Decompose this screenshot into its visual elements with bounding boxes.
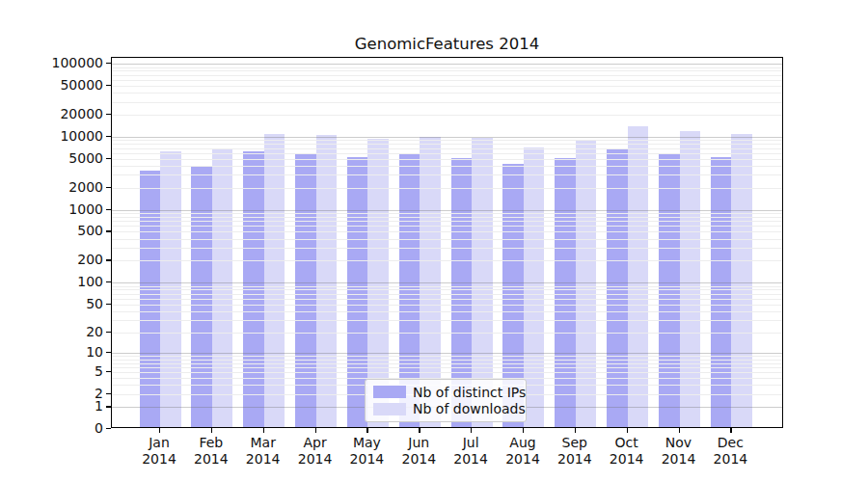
bar-downloads-feb: [212, 148, 233, 427]
y-tick-mark: [106, 259, 111, 260]
legend-entry-distinct-ips: Nb of distinct IPs: [373, 385, 518, 400]
y-tick-label-50000: 50000: [36, 78, 103, 92]
y-tick-mark: [106, 85, 111, 86]
gridline-major: [112, 64, 782, 65]
bar-downloads-apr: [316, 135, 338, 427]
gridline-minor: [112, 75, 782, 76]
y-tick-mark: [106, 428, 111, 429]
y-tick-mark: [106, 332, 111, 333]
bar-downloads-aug: [524, 147, 545, 428]
y-tick-mark: [106, 230, 111, 231]
gridline-minor: [112, 102, 782, 103]
y-tick-label-20000: 20000: [36, 107, 103, 120]
bar-downloads-jan: [160, 151, 181, 427]
y-tick-mark: [106, 63, 111, 64]
x-tick-mark: [211, 428, 212, 433]
y-tick-mark: [106, 187, 111, 188]
y-tick-label-50: 50: [36, 297, 103, 310]
legend-swatch-distinct-ips: [373, 386, 406, 398]
gridline-minor: [112, 80, 782, 81]
legend-swatch-downloads: [373, 403, 406, 415]
bar-distinct-ips-jan: [140, 171, 161, 427]
legend-label-downloads: Nb of downloads: [413, 401, 526, 416]
x-tick-label-dec: Dec2014: [699, 435, 761, 468]
x-tick-mark: [679, 428, 680, 433]
x-tick-mark: [419, 428, 420, 433]
y-tick-mark: [106, 209, 111, 210]
bar-downloads-sep: [576, 140, 597, 427]
y-tick-mark: [106, 371, 111, 372]
legend-entry-downloads: Nb of downloads: [373, 401, 518, 416]
x-tick-mark: [523, 428, 524, 433]
y-tick-mark: [106, 136, 111, 137]
y-tick-mark: [106, 393, 111, 394]
y-tick-mark: [106, 158, 111, 159]
bar-downloads-nov: [680, 131, 701, 427]
bar-downloads-dec: [731, 134, 752, 428]
bar-distinct-ips-mar: [243, 151, 264, 427]
bar-distinct-ips-oct: [607, 149, 628, 428]
bar-distinct-ips-nov: [659, 153, 680, 427]
y-tick-label-0: 0: [36, 421, 103, 435]
gridline-minor: [112, 86, 782, 87]
x-tick-mark: [730, 428, 731, 433]
x-tick-mark: [366, 428, 367, 433]
legend: Nb of distinct IPs Nb of downloads: [365, 379, 527, 422]
x-tick-mark: [575, 428, 576, 433]
gridline-minor: [112, 67, 782, 68]
gridline-minor: [112, 70, 782, 71]
x-tick-mark: [263, 428, 264, 433]
y-tick-label-500: 500: [36, 224, 103, 237]
y-tick-label-10000: 10000: [36, 129, 103, 143]
bar-downloads-oct: [628, 126, 649, 427]
y-tick-label-10: 10: [36, 345, 103, 359]
y-tick-mark: [106, 352, 111, 353]
x-tick-mark: [627, 428, 628, 433]
x-tick-mark: [471, 428, 472, 433]
figure: GenomicFeatures 2014 0125102050100200500…: [0, 0, 868, 482]
y-tick-label-2: 2: [36, 387, 103, 400]
bar-downloads-mar: [264, 134, 285, 427]
y-tick-label-100000: 100000: [36, 56, 103, 69]
y-tick-label-100: 100: [36, 275, 103, 288]
y-tick-mark: [106, 281, 111, 282]
y-tick-label-20: 20: [36, 325, 103, 338]
plot-area: [111, 57, 783, 428]
y-tick-label-5: 5: [36, 364, 103, 378]
chart-title: GenomicFeatures 2014: [111, 35, 783, 53]
legend-label-distinct-ips: Nb of distinct IPs: [413, 385, 526, 400]
y-tick-label-2000: 2000: [36, 180, 103, 194]
bar-distinct-ips-apr: [295, 153, 316, 427]
y-tick-label-1: 1: [36, 399, 103, 413]
y-tick-label-5000: 5000: [36, 151, 103, 165]
gridline-minor: [112, 93, 782, 94]
gridline-minor: [112, 115, 782, 116]
y-tick-mark: [106, 406, 111, 407]
bar-distinct-ips-feb: [191, 167, 212, 428]
x-tick-mark: [315, 428, 316, 433]
y-tick-label-200: 200: [36, 253, 103, 266]
x-tick-mark: [159, 428, 160, 433]
bar-distinct-ips-sep: [555, 158, 576, 427]
y-tick-label-1000: 1000: [36, 202, 103, 216]
y-tick-mark: [106, 114, 111, 115]
y-tick-mark: [106, 304, 111, 305]
bar-distinct-ips-dec: [711, 157, 732, 427]
